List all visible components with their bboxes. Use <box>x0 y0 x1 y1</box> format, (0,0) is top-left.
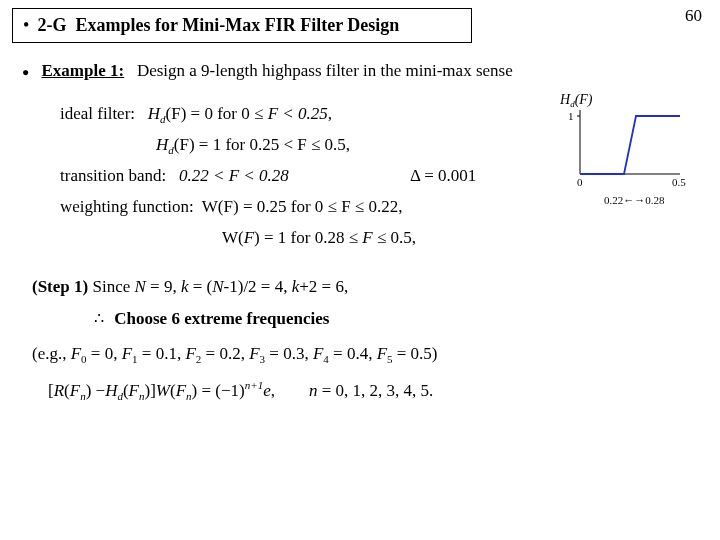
title-text: Examples for Mini-Max FIR Filter Design <box>76 15 400 35</box>
delta-value: Δ = 0.001 <box>410 161 476 192</box>
ideal-l2b: (F) = 1 for 0.25 < F <box>174 135 311 154</box>
bullet-icon: • <box>23 15 29 35</box>
weight-l1: W(F) = 0.25 for 0 ≤ F ≤ 0.22, <box>202 197 403 216</box>
ideal-filter-chart: Hd(F) 1 0 0.5 0.22←→0.28 <box>560 92 690 210</box>
y-tick-1: 1 <box>568 110 574 122</box>
example-heading: ● Example 1: Design a 9-length highpass … <box>22 61 708 81</box>
section-title-box: • 2-G Examples for Mini-Max FIR Filter D… <box>12 8 472 43</box>
example-label: Example 1: <box>42 61 125 80</box>
x-tick-05: 0.5 <box>672 176 686 188</box>
page-number: 60 <box>685 6 702 26</box>
title-prefix: 2-G <box>38 15 67 35</box>
transition-prefix: transition band: <box>60 166 166 185</box>
Hd-symbol: Hd <box>148 104 166 123</box>
leq-icon: ≤ <box>254 104 263 123</box>
chart-ylabel: Hd(F) <box>560 92 593 109</box>
transition-range: 0.22 < F < 0.28 <box>179 166 289 185</box>
ideal-l2c: 0.5, <box>320 135 350 154</box>
ideal-prefix: ideal filter: <box>60 104 135 123</box>
equation-line: [R(Fn) −Hd(Fn)]W(Fn) = (−1)n+1e, n = 0, … <box>48 379 708 402</box>
step1-head: (Step 1) <box>32 277 88 296</box>
x-tick-0: 0 <box>577 176 583 188</box>
weight-l2: W(F) = 1 for 0.28 ≤ F ≤ 0.5, <box>222 228 416 247</box>
therefore-icon: ∴ <box>94 310 104 327</box>
leq-icon: ≤ <box>311 135 320 154</box>
ideal-l1b: (F) = 0 for 0 <box>166 104 254 123</box>
weight-prefix: weighting function: <box>60 197 194 216</box>
weight-line2: W(F) = 1 for 0.28 ≤ F ≤ 0.5, <box>222 223 708 254</box>
ideal-l1c: F < 0.25, <box>263 104 332 123</box>
step1-body: Since N = 9, k = (N-1)/2 = 4, k+2 = 6, <box>92 277 348 296</box>
step1-arrow-line: ∴ Choose 6 extreme frequencies <box>94 309 329 328</box>
step1-arrow-text: Choose 6 extreme frequencies <box>114 309 329 328</box>
example-freqs: (e.g., F0 = 0, F1 = 0.1, F2 = 0.2, F3 = … <box>32 344 708 365</box>
chart-series <box>580 116 680 174</box>
Hd-symbol: Hd <box>156 135 174 154</box>
step1-block: (Step 1) Since N = 9, k = (N-1)/2 = 4, k… <box>32 271 708 336</box>
bullet-icon: ● <box>22 65 29 79</box>
example-desc: Design a 9-length highpass filter in the… <box>137 61 513 80</box>
transition-label: 0.22←→0.28 <box>604 194 665 206</box>
